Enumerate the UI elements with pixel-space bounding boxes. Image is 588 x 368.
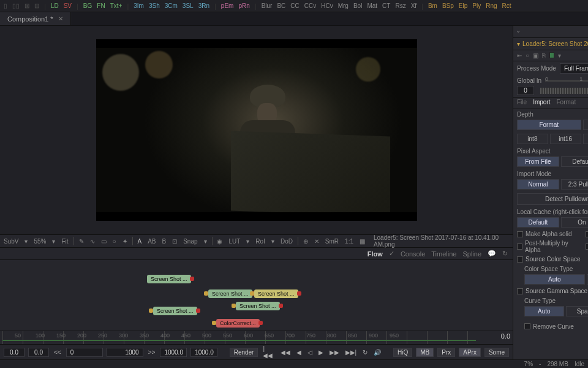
rect-icon[interactable]: ▭ [100, 238, 108, 245]
chevron-down-icon[interactable]: ▾ [203, 238, 208, 245]
tool-Bm[interactable]: Bm [428, 2, 437, 9]
audio-icon[interactable]: 🔊 [372, 349, 382, 356]
depth-int8[interactable]: int8 [517, 134, 548, 144]
tool-CCv[interactable]: CCv [304, 2, 316, 9]
layout-icon[interactable]: ▯ [4, 2, 7, 9]
roi-button[interactable]: RoI [254, 238, 266, 245]
tool-3Im[interactable]: 3Im [134, 2, 144, 9]
range-in[interactable]: 0.0 [28, 348, 49, 357]
layout-split-icon[interactable]: ▯▯ [12, 2, 20, 9]
mb-button[interactable]: MB [416, 348, 434, 357]
subtab-file[interactable]: File [517, 99, 527, 107]
inspector-title[interactable]: ▾ Loader5: Screen Shot 2017-07-16 at 10.… [513, 38, 588, 50]
frame-end[interactable]: 1000 [107, 348, 143, 357]
chk-invert-alpha[interactable] [586, 231, 588, 237]
fit-button[interactable]: Fit [60, 238, 69, 245]
scs-auto[interactable]: Auto [524, 274, 585, 285]
tool-Bol[interactable]: Bol [353, 2, 362, 9]
chk-source-color-space[interactable] [517, 256, 523, 263]
subtab-import[interactable]: Import [533, 99, 550, 107]
viewer[interactable] [0, 26, 513, 234]
tab-flow[interactable]: Flow [368, 250, 383, 258]
tool-Blur[interactable]: Blur [262, 2, 273, 9]
port-in-icon[interactable] [212, 321, 216, 325]
aprx-button[interactable]: APrx [459, 348, 481, 357]
comment-icon[interactable]: 💬 [488, 250, 496, 258]
expand-icon[interactable]: ⌄ [513, 26, 523, 37]
tool-Elp[interactable]: Elp [459, 2, 467, 9]
port-in-icon[interactable] [204, 291, 208, 296]
tab-spline[interactable]: Spline [462, 250, 481, 258]
tool-CT[interactable]: CT [382, 2, 390, 9]
zoom-value[interactable]: 55% [32, 238, 47, 245]
step-fwd-icon[interactable]: >> [147, 349, 157, 356]
node-loader[interactable]: Screen Shot ... [208, 289, 252, 298]
tool-Rng[interactable]: Rng [486, 2, 497, 9]
ratio-button[interactable]: 1:1 [344, 238, 355, 245]
depth-float16[interactable]: float16 [583, 134, 588, 144]
pixel-from-file[interactable]: From File [517, 156, 559, 167]
chk-source-gamma-space[interactable] [517, 288, 523, 294]
layout-dual-icon[interactable]: ⊟ [34, 2, 39, 9]
step-back-icon[interactable]: << [53, 349, 62, 356]
tool-pRn[interactable]: pRn [238, 2, 249, 9]
chevron-down-icon[interactable]: ▾ [558, 52, 561, 59]
go-start-icon[interactable]: |◀◀ [262, 345, 275, 359]
node-loader[interactable]: Screen Shot ... [153, 307, 197, 315]
play-icon[interactable]: ▶ [317, 349, 325, 356]
frame-start[interactable]: 0 [66, 348, 103, 357]
tool-pEm[interactable]: pEm [221, 2, 234, 9]
channel-b[interactable]: B [161, 238, 168, 245]
port-out-icon[interactable] [297, 291, 301, 296]
chk-make-alpha-solid[interactable] [517, 231, 523, 237]
node-loader-selected[interactable]: Screen Shot ... [254, 289, 298, 298]
import-normal[interactable]: Normal [517, 179, 559, 190]
tool-Txt[interactable]: Txt+ [110, 2, 123, 9]
checker-icon[interactable]: ▦ [358, 238, 366, 245]
flow-canvas[interactable]: Screen Shot ... Screen Shot ... Screen S… [0, 260, 513, 331]
port-in-icon[interactable] [232, 304, 236, 308]
lock-icon[interactable]: ⊡ [171, 238, 178, 245]
import-23pullup[interactable]: 2:3 Pullup [561, 179, 588, 190]
wand-icon[interactable]: ✦ [121, 238, 129, 245]
channel-a[interactable]: A [136, 238, 143, 245]
global-in-value[interactable]: 0 [517, 86, 534, 95]
chk-remove-curve[interactable] [524, 323, 530, 329]
port-in-icon[interactable] [149, 309, 153, 313]
tab-tools[interactable]: Tools [586, 26, 589, 37]
snap-button[interactable]: Snap [182, 238, 198, 245]
port-out-icon[interactable] [190, 277, 194, 281]
detect-pulldown-button[interactable]: Detect Pulldown Sequence [517, 193, 588, 205]
tool-Rct[interactable]: Rct [502, 2, 511, 9]
tool-3Cm[interactable]: 3Cm [165, 2, 178, 9]
hiq-button[interactable]: HiQ [393, 348, 412, 357]
bspline-icon[interactable]: ∿ [89, 238, 96, 245]
chevron-down-icon[interactable]: ▾ [51, 238, 56, 245]
tab-timeline[interactable]: Timeline [431, 250, 456, 258]
grid-icon[interactable]: ✕ [313, 238, 320, 245]
port-out-icon[interactable] [279, 304, 283, 308]
depth-format[interactable]: Format [517, 120, 581, 130]
ellipse-icon[interactable]: ○ [111, 238, 118, 245]
tool-HCv[interactable]: HCv [321, 2, 333, 9]
tab-console[interactable]: Console [401, 250, 425, 258]
step-back-icon[interactable]: ◀ [295, 349, 303, 356]
node-loader[interactable]: Screen Shot ... [147, 275, 191, 283]
cache-on[interactable]: On [561, 217, 588, 228]
dod-button[interactable]: DoD [279, 238, 294, 245]
depth-int16[interactable]: int16 [550, 134, 581, 144]
channel-ab[interactable]: AB [146, 238, 157, 245]
tool-BC[interactable]: BC [277, 2, 285, 9]
prev-key-icon[interactable]: ◀◀ [279, 349, 292, 356]
sgs-auto[interactable]: Auto [524, 306, 564, 316]
tool-Ply[interactable]: Ply [472, 2, 481, 9]
chk-swap-field[interactable] [586, 243, 588, 250]
comp-tab[interactable]: Composition1 * ✕ [0, 12, 71, 25]
lock-icon[interactable]: ○ [526, 52, 529, 59]
port-out-icon[interactable] [196, 309, 200, 313]
node-colorcorrect[interactable]: ColorCorrect... [216, 319, 260, 328]
layout-quad-icon[interactable]: ⊞ [24, 2, 29, 9]
tool-3Sh[interactable]: 3Sh [149, 2, 160, 9]
lut-button[interactable]: LUT [227, 238, 241, 245]
prx-button[interactable]: Prx [437, 348, 455, 357]
